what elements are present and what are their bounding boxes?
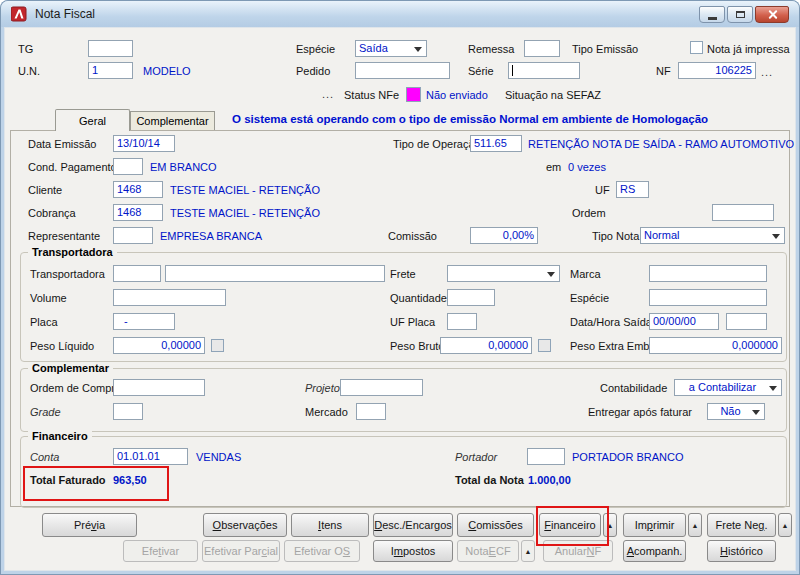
acompanh-button[interactable]: Acompanh. <box>623 540 686 562</box>
cliente-field[interactable]: 1468 <box>113 181 163 198</box>
financeiro-legend: Financeiro <box>28 430 92 443</box>
data-emissao-label: Data Emissão <box>28 138 96 151</box>
peso-bruto-field[interactable]: 0,00000 <box>440 337 532 354</box>
desc-encargos-button[interactable]: Desc./Encargos <box>373 513 453 537</box>
cliente-desc: TESTE MACIEL - RETENÇÃO <box>170 184 320 197</box>
representante-field[interactable] <box>113 227 153 244</box>
transportadora-code-field[interactable] <box>113 265 161 282</box>
especie-dropdown[interactable]: Saída <box>355 40 427 57</box>
historico-button[interactable]: Histórico <box>707 540 776 562</box>
nota-impressa-label: Nota já impressa <box>707 43 790 56</box>
quantidade-field[interactable] <box>447 289 495 306</box>
observacoes-button[interactable]: Observações <box>203 513 287 537</box>
grade-label: Grade <box>30 406 61 419</box>
tg-field[interactable] <box>88 40 133 57</box>
frete-dropdown[interactable] <box>447 265 560 282</box>
serie-field[interactable] <box>508 62 580 79</box>
minimize-button[interactable] <box>699 6 725 23</box>
conta-desc: VENDAS <box>196 451 241 464</box>
imprimir-expand-button[interactable]: ▲ <box>688 513 702 537</box>
impostos-button[interactable]: Impostos <box>373 540 453 562</box>
itens-button[interactable]: Itens <box>291 513 369 537</box>
remessa-field[interactable] <box>524 40 560 57</box>
emission-mode-message: O sistema está operando com o tipo de em… <box>232 113 708 125</box>
total-nota-value: 1.000,00 <box>528 474 571 487</box>
total-nota-label: Total da Nota <box>455 474 524 487</box>
nf-browse-button[interactable]: ... <box>761 66 773 78</box>
placa-label: Placa <box>30 316 58 329</box>
quantidade-label: Quantidade <box>390 292 447 305</box>
un-field[interactable]: 1 <box>88 62 133 79</box>
portador-desc: PORTADOR BRANCO <box>572 451 683 464</box>
nota-ecf-expand-button[interactable]: ▲ <box>521 540 535 562</box>
tab-geral[interactable]: Geral <box>55 109 130 131</box>
peso-extra-field[interactable]: 0,000000 <box>649 337 782 354</box>
placa-field[interactable]: - <box>113 313 175 330</box>
entregar-dropdown[interactable]: Não <box>707 403 765 420</box>
efetivar-parcial-button[interactable]: Efetivar Parcial <box>202 540 280 562</box>
conta-field[interactable]: 01.01.01 <box>113 448 188 465</box>
ordem-compra-field[interactable] <box>113 379 205 396</box>
especie-label: Espécie <box>296 43 335 56</box>
tipo-operacao-field[interactable]: 511.65 <box>470 135 522 152</box>
cond-pagamento-desc: EM BRANCO <box>150 161 217 174</box>
cond-pagamento-field[interactable] <box>113 158 143 175</box>
grade-field[interactable] <box>113 403 143 420</box>
app-icon <box>11 6 27 22</box>
representante-desc: EMPRESA BRANCA <box>160 230 262 243</box>
tipo-emissao-label: Tipo Emissão <box>572 43 638 56</box>
tipo-operacao-label: Tipo de Operação <box>393 138 481 151</box>
marca-field[interactable] <box>649 265 767 282</box>
close-button[interactable] <box>755 6 789 23</box>
ordem-field[interactable] <box>712 204 774 221</box>
pedido-label: Pedido <box>296 65 330 78</box>
comissao-field[interactable]: 0,00% <box>470 227 538 244</box>
volume-field[interactable] <box>113 289 226 306</box>
previa-button[interactable]: Prévia <box>42 513 137 537</box>
uf-placa-field[interactable] <box>447 313 477 330</box>
contabilidade-dropdown[interactable]: a Contabilizar <box>674 379 782 396</box>
hora-saida-field[interactable] <box>726 313 767 330</box>
efetivar-os-button[interactable]: Efetivar OS <box>284 540 360 562</box>
comissoes-button[interactable]: Comissões <box>457 513 534 537</box>
status-nfe-value: Não enviado <box>426 89 488 102</box>
nota-ecf-button[interactable]: Nota ECF <box>457 540 519 562</box>
data-emissao-field[interactable]: 13/10/14 <box>113 135 175 152</box>
maximize-button[interactable] <box>727 6 753 23</box>
uf-field[interactable]: RS <box>616 181 649 198</box>
status-browse-button[interactable]: ... <box>322 88 334 100</box>
efetivar-button[interactable]: Efetivar <box>123 540 198 562</box>
cliente-label: Cliente <box>28 184 62 197</box>
especie-transp-label: Espécie <box>570 292 609 305</box>
frete-neg-expand-button[interactable]: ▲ <box>778 513 792 537</box>
peso-bruto-checkbox[interactable] <box>538 339 551 352</box>
un-desc: MODELO <box>143 65 191 78</box>
nf-label: NF <box>656 65 671 78</box>
especie-transp-field[interactable] <box>649 289 767 306</box>
tab-complementar[interactable]: Complementar <box>130 111 215 130</box>
cobranca-field[interactable]: 1468 <box>113 204 163 221</box>
nota-fiscal-window: Nota Fiscal TG Espécie Saída Remessa Tip… <box>0 0 800 575</box>
data-saida-field[interactable]: 00/00/00 <box>649 313 719 330</box>
ordem-compra-label: Ordem de Compra <box>30 382 121 395</box>
mercado-field[interactable] <box>356 403 386 420</box>
frete-neg-button[interactable]: Frete Neg. <box>707 513 776 537</box>
status-color-swatch <box>406 87 421 102</box>
peso-liquido-checkbox[interactable] <box>211 339 224 352</box>
annotation-financeiro-button <box>536 506 609 546</box>
transportadora-name-field[interactable] <box>165 265 385 282</box>
un-label: U.N. <box>18 65 40 78</box>
nota-impressa-checkbox[interactable] <box>690 41 703 54</box>
nf-field[interactable]: 106225 <box>678 62 756 79</box>
serie-label: Série <box>468 65 494 78</box>
tipo-nota-dropdown[interactable]: Normal <box>640 227 785 244</box>
projeto-field[interactable] <box>340 379 423 396</box>
portador-field[interactable] <box>527 448 565 465</box>
cobranca-label: Cobrança <box>28 207 76 220</box>
imprimir-button[interactable]: Imprimir <box>623 513 686 537</box>
title-bar: Nota Fiscal <box>1 1 799 27</box>
peso-liquido-label: Peso Líquido <box>30 340 94 353</box>
close-icon <box>767 9 778 20</box>
pedido-field[interactable] <box>355 62 450 79</box>
peso-liquido-field[interactable]: 0,00000 <box>113 337 205 354</box>
